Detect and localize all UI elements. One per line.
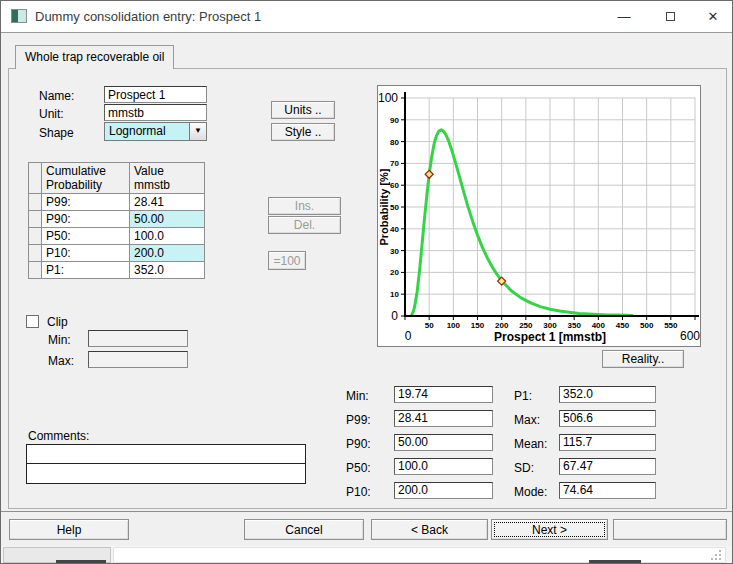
percentile-value-cell[interactable]: 28.41 [130,194,205,211]
table-corner-cell [29,163,42,194]
row-selector[interactable] [29,228,42,245]
stat-p1-label: P1: [514,389,532,403]
percentile-label-cell: P1: [42,262,130,279]
title-bar[interactable]: Dummy consolidation entry: Prospect 1 — … [1,1,732,33]
equals-100-button[interactable]: =100 [268,251,306,270]
minimize-icon: — [618,9,631,24]
stat-sd-value: 67.47 [559,458,656,475]
svg-text:350: 350 [567,321,581,330]
resize-grip-icon[interactable] [711,548,723,560]
minimize-button[interactable]: — [601,1,647,32]
maximize-button[interactable] [647,1,693,32]
stat-p10-label: P10: [346,485,371,499]
svg-text:600: 600 [680,329,700,343]
distribution-chart: 0501001502002503003504004505005506000102… [377,85,701,347]
next-button[interactable]: Next > [491,519,608,540]
desktop-artifact [56,560,106,563]
unit-input[interactable] [104,104,207,121]
style-button[interactable]: Style .. [271,123,335,141]
app-icon [11,9,27,23]
chart-canvas: 0501001502002503003504004505005506000102… [378,86,700,346]
svg-text:30: 30 [390,247,399,256]
clip-max-input[interactable] [88,351,188,368]
delete-row-button[interactable]: Del. [268,216,341,234]
stat-p90-value: 50.00 [394,434,493,451]
svg-text:60: 60 [390,181,399,190]
close-button[interactable]: ✕ [693,1,733,32]
percentile-value-cell[interactable]: 352.0 [130,262,205,279]
reality-button[interactable]: Reality.. [602,350,684,368]
comments-input-line1[interactable] [27,445,305,464]
stat-mode-value: 74.64 [559,482,656,499]
cancel-button[interactable]: Cancel [244,519,364,540]
tab-label: Whole trap recoverable oil [25,50,164,64]
chevron-down-icon[interactable]: ▼ [189,123,206,140]
back-button[interactable]: < Back [371,519,488,540]
stat-p10-value: 200.0 [394,482,493,499]
clip-min-label: Min: [48,333,71,347]
svg-text:0: 0 [391,309,398,323]
window-title: Dummy consolidation entry: Prospect 1 [35,1,261,33]
comments-input-line2[interactable] [27,464,305,482]
stat-mean-value: 115.7 [559,434,656,451]
stat-p1-value: 352.0 [559,386,656,403]
svg-text:100: 100 [447,321,461,330]
stat-p50-value: 100.0 [394,458,493,475]
table-row: P50: 100.0 [29,228,205,245]
col-header-cumulative-probability: CumulativeProbability [42,163,130,194]
stat-p99-value: 28.41 [394,410,493,427]
close-icon: ✕ [708,9,719,24]
row-selector[interactable] [29,211,42,228]
svg-text:50: 50 [425,321,434,330]
name-input[interactable] [104,86,207,103]
svg-text:200: 200 [495,321,509,330]
stat-mean-label: Mean: [514,437,547,451]
svg-text:40: 40 [390,225,399,234]
shape-dropdown[interactable]: Lognormal ▼ [104,122,207,141]
percentile-label-cell: P50: [42,228,130,245]
percentile-value-cell[interactable]: 50.00 [130,211,205,228]
units-button[interactable]: Units .. [271,101,335,119]
stat-min-value: 19.74 [394,386,493,403]
svg-text:150: 150 [471,321,485,330]
percentile-label-cell: P10: [42,245,130,262]
tab-whole-trap-recoverable-oil[interactable]: Whole trap recoverable oil [15,45,174,69]
svg-text:20: 20 [390,268,399,277]
help-button[interactable]: Help [9,519,129,540]
stat-p90-label: P90: [346,437,371,451]
stat-p50-label: P50: [346,461,371,475]
percentile-table: CumulativeProbability Valuemmstb P99: 28… [28,162,205,279]
svg-text:10: 10 [390,290,399,299]
svg-text:50: 50 [390,203,399,212]
row-selector[interactable] [29,245,42,262]
svg-text:80: 80 [390,138,399,147]
blank-button[interactable] [613,519,727,540]
stat-p99-label: P99: [346,413,371,427]
svg-text:300: 300 [543,321,557,330]
table-row: P90: 50.00 [29,211,205,228]
clip-checkbox[interactable] [26,315,39,328]
insert-row-button[interactable]: Ins. [268,197,341,215]
clip-min-input[interactable] [88,330,188,347]
percentile-value-cell[interactable]: 200.0 [130,245,205,262]
svg-text:500: 500 [640,321,654,330]
stat-max-value: 506.6 [559,410,656,427]
svg-text:550: 550 [664,321,678,330]
stat-max-label: Max: [514,413,540,427]
table-header-row: CumulativeProbability Valuemmstb [29,163,205,194]
svg-text:0: 0 [405,329,412,343]
svg-text:400: 400 [592,321,606,330]
stat-mode-label: Mode: [514,485,547,499]
table-row: P10: 200.0 [29,245,205,262]
percentile-value-cell[interactable]: 100.0 [130,228,205,245]
clip-label: Clip [47,315,68,329]
svg-text:Probability [%]: Probability [%] [378,168,390,245]
clip-max-label: Max: [48,354,74,368]
col-header-value: Valuemmstb [130,163,205,194]
row-selector[interactable] [29,262,42,279]
bottom-button-strip: Help Cancel < Back Next > [1,511,732,546]
comments-label: Comments: [28,429,89,443]
table-row: P99: 28.41 [29,194,205,211]
svg-text:100: 100 [378,91,398,105]
row-selector[interactable] [29,194,42,211]
